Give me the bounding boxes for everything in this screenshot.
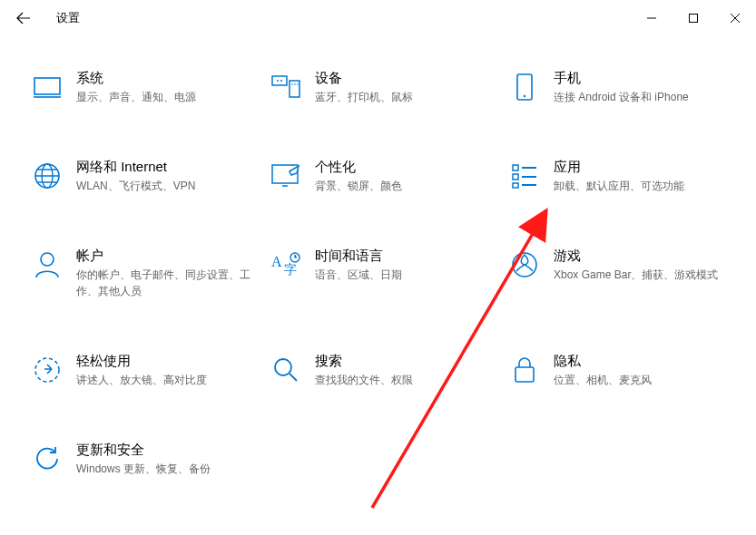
- category-title: 系统: [76, 69, 196, 87]
- svg-rect-16: [513, 183, 518, 188]
- category-title: 帐户: [76, 247, 251, 265]
- system-icon: [31, 71, 64, 103]
- window-title: 设置: [56, 10, 80, 26]
- svg-point-23: [275, 359, 291, 375]
- svg-point-5: [280, 80, 282, 82]
- category-title: 轻松使用: [76, 352, 207, 370]
- category-desc: 你的帐户、电子邮件、同步设置、工作、其他人员: [76, 267, 251, 299]
- category-desc: 显示、声音、通知、电源: [76, 89, 196, 105]
- category-search[interactable]: 搜索 查找我的文件、权限: [270, 352, 508, 388]
- svg-point-4: [277, 80, 279, 82]
- category-title: 手机: [554, 69, 689, 87]
- devices-icon: [270, 71, 302, 103]
- svg-point-7: [294, 83, 296, 85]
- maximize-button[interactable]: [673, 4, 714, 33]
- category-personalization[interactable]: 个性化 背景、锁屏、颜色: [270, 158, 508, 194]
- personalization-icon: [270, 160, 302, 192]
- minimize-icon: [647, 14, 656, 23]
- category-title: 个性化: [315, 158, 402, 176]
- category-system[interactable]: 系统 显示、声音、通知、电源: [31, 69, 270, 105]
- close-button[interactable]: [714, 4, 756, 33]
- svg-point-6: [291, 83, 293, 85]
- category-desc: WLAN、飞行模式、VPN: [76, 178, 195, 194]
- category-desc: Windows 更新、恢复、备份: [76, 461, 211, 477]
- category-title: 隐私: [554, 352, 652, 370]
- category-devices[interactable]: 设备 蓝牙、打印机、鼠标: [270, 69, 508, 105]
- category-network[interactable]: 网络和 Internet WLAN、飞行模式、VPN: [31, 158, 270, 194]
- category-desc: 蓝牙、打印机、鼠标: [315, 89, 413, 105]
- privacy-icon: [508, 354, 541, 386]
- svg-rect-15: [513, 174, 518, 180]
- minimize-button[interactable]: [631, 4, 673, 33]
- category-desc: 查找我的文件、权限: [315, 372, 413, 388]
- gaming-icon: [508, 248, 541, 281]
- svg-rect-3: [290, 81, 299, 97]
- svg-point-17: [41, 253, 54, 266]
- svg-rect-24: [515, 367, 534, 382]
- svg-point-22: [35, 358, 59, 382]
- back-arrow-icon: [16, 11, 31, 25]
- category-desc: 讲述人、放大镜、高对比度: [76, 372, 207, 388]
- maximize-icon: [689, 14, 698, 23]
- category-title: 设备: [315, 69, 413, 87]
- category-desc: Xbox Game Bar、捕获、游戏模式: [554, 267, 718, 283]
- settings-grid: 系统 显示、声音、通知、电源 设备 蓝牙、打印机、鼠标 手机 连接 Androi…: [0, 36, 756, 477]
- svg-text:A: A: [271, 254, 282, 269]
- window-controls: [631, 4, 756, 33]
- category-desc: 卸载、默认应用、可选功能: [554, 178, 684, 194]
- category-title: 网络和 Internet: [76, 158, 195, 176]
- titlebar: 设置: [0, 0, 756, 36]
- phone-icon: [508, 71, 541, 103]
- category-title: 搜索: [315, 352, 413, 370]
- svg-point-10: [524, 95, 525, 97]
- category-update-security[interactable]: 更新和安全 Windows 更新、恢复、备份: [31, 441, 270, 477]
- svg-text:字: 字: [284, 262, 297, 277]
- category-title: 游戏: [554, 247, 718, 265]
- svg-rect-1: [34, 78, 60, 94]
- category-title: 时间和语言: [315, 247, 402, 265]
- ease-icon: [31, 354, 64, 386]
- time-language-icon: A字: [270, 248, 302, 281]
- globe-icon: [31, 160, 64, 192]
- svg-point-8: [297, 83, 299, 85]
- category-desc: 位置、相机、麦克风: [554, 372, 652, 388]
- category-title: 应用: [554, 158, 684, 176]
- accounts-icon: [31, 248, 64, 281]
- category-title: 更新和安全: [76, 441, 211, 459]
- category-phone[interactable]: 手机 连接 Android 设备和 iPhone: [508, 69, 747, 105]
- search-icon: [270, 354, 302, 386]
- update-icon: [31, 443, 64, 475]
- category-desc: 语音、区域、日期: [315, 267, 402, 283]
- svg-rect-0: [690, 15, 698, 23]
- close-icon: [731, 14, 740, 23]
- category-ease-of-access[interactable]: 轻松使用 讲述人、放大镜、高对比度: [31, 352, 270, 388]
- apps-icon: [508, 160, 541, 192]
- category-desc: 连接 Android 设备和 iPhone: [554, 89, 689, 105]
- svg-rect-2: [272, 76, 287, 85]
- svg-rect-14: [513, 165, 518, 170]
- category-time-language[interactable]: A字 时间和语言 语音、区域、日期: [270, 247, 508, 299]
- category-gaming[interactable]: 游戏 Xbox Game Bar、捕获、游戏模式: [508, 247, 747, 299]
- category-accounts[interactable]: 帐户 你的帐户、电子邮件、同步设置、工作、其他人员: [31, 247, 270, 299]
- category-desc: 背景、锁屏、颜色: [315, 178, 402, 194]
- back-button[interactable]: [7, 2, 40, 34]
- category-apps[interactable]: 应用 卸载、默认应用、可选功能: [508, 158, 747, 194]
- category-privacy[interactable]: 隐私 位置、相机、麦克风: [508, 352, 747, 388]
